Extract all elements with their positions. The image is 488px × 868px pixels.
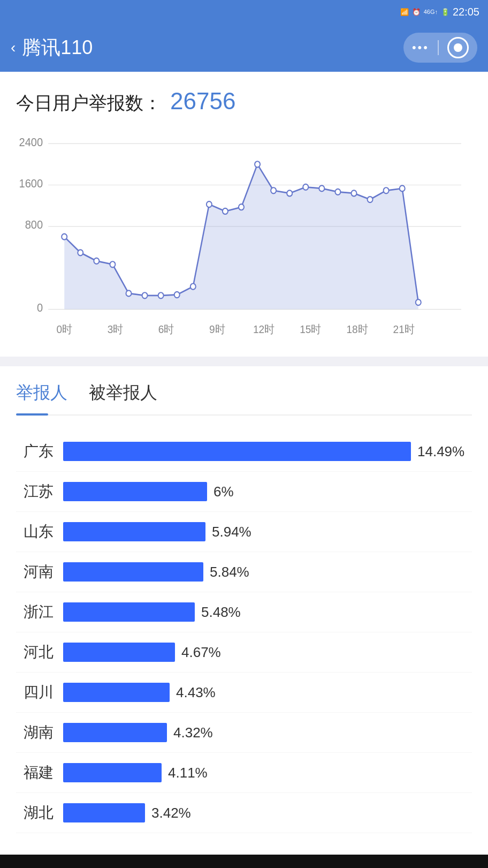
svg-text:6时: 6时 [158, 323, 174, 335]
bar-fill [63, 602, 195, 622]
record-button[interactable] [447, 37, 469, 58]
bar-chart: 广东 14.49% 江苏 6% 山东 5.94% 河南 5.84% [16, 432, 472, 833]
bar-percent: 4.67% [181, 644, 221, 661]
svg-point-20 [255, 161, 260, 167]
tab-reporter[interactable]: 举报人 [16, 381, 67, 414]
status-bar: 📶 ⏰ 46G↑ 🔋 22:05 [0, 0, 488, 24]
bottom-navigation [0, 855, 488, 868]
tabs-row: 举报人 被举报人 [16, 366, 472, 416]
more-button[interactable]: ••• [412, 41, 429, 55]
bar-track: 14.49% [63, 442, 472, 461]
status-icons: 📶 ⏰ 46G↑ 🔋 22:05 [400, 6, 479, 18]
svg-point-9 [78, 250, 83, 255]
svg-text:15时: 15时 [300, 323, 321, 335]
bar-percent: 4.11% [168, 765, 208, 781]
bar-fill [63, 442, 411, 461]
bar-track: 3.42% [63, 803, 472, 822]
svg-point-11 [110, 261, 115, 267]
clock: 22:05 [453, 6, 479, 18]
svg-point-26 [351, 190, 356, 196]
back-button[interactable]: ‹ [11, 39, 16, 56]
bar-fill [63, 723, 167, 742]
bar-percent: 14.49% [417, 443, 464, 460]
svg-point-22 [287, 190, 292, 196]
svg-text:12时: 12时 [253, 323, 274, 335]
svg-point-30 [416, 299, 421, 305]
alarm-icon: ⏰ [412, 8, 421, 16]
svg-point-13 [142, 292, 148, 298]
header-actions[interactable]: ••• [403, 33, 477, 63]
bar-fill [63, 522, 205, 541]
chart-svg: 2400 1600 800 0 0时 3时 6时 9时 12时 15时 18时 … [16, 132, 472, 357]
bar-percent: 6% [214, 484, 234, 500]
bar-fill [63, 482, 207, 501]
bar-row: 浙江 5.48% [16, 592, 472, 632]
svg-text:21时: 21时 [393, 323, 415, 335]
svg-point-8 [62, 234, 67, 240]
bar-track: 4.67% [63, 643, 472, 662]
bar-row: 湖南 4.32% [16, 713, 472, 753]
bar-row: 山东 5.94% [16, 512, 472, 552]
bar-region-label: 河南 [16, 562, 54, 582]
svg-text:9时: 9时 [209, 323, 225, 335]
bar-region-label: 湖南 [16, 722, 54, 743]
header-divider [438, 40, 439, 55]
bar-fill [63, 562, 203, 582]
tabs-section: 举报人 被举报人 广东 14.49% 江苏 6% 山东 5.94% 河南 [0, 366, 488, 833]
battery-icon: 🔋 [441, 8, 449, 16]
report-count-row: 今日用户举报数： 26756 [16, 88, 472, 116]
bar-percent: 3.42% [151, 805, 191, 821]
section-divider [0, 357, 488, 366]
bar-fill [63, 763, 162, 782]
bar-region-label: 河北 [16, 642, 54, 662]
bar-region-label: 四川 [16, 682, 54, 703]
svg-point-17 [207, 201, 212, 207]
bar-track: 5.94% [63, 522, 472, 541]
bar-track: 5.84% [63, 562, 472, 582]
bar-region-label: 湖北 [16, 803, 54, 823]
svg-point-24 [319, 185, 324, 191]
bar-percent: 5.84% [210, 564, 249, 580]
report-label: 今日用户举报数： [16, 91, 162, 116]
svg-point-15 [174, 292, 180, 298]
header: ‹ 腾讯110 ••• [0, 24, 488, 72]
svg-text:800: 800 [25, 218, 43, 231]
bar-row: 江苏 6% [16, 472, 472, 512]
bar-row: 河北 4.67% [16, 632, 472, 673]
bar-percent: 4.43% [176, 684, 216, 701]
svg-text:18时: 18时 [346, 323, 368, 335]
report-count: 26756 [170, 88, 235, 115]
bar-percent: 4.32% [173, 724, 213, 741]
bar-track: 5.48% [63, 602, 472, 622]
sim-icon: 📶 [400, 8, 409, 16]
bar-region-label: 福建 [16, 763, 54, 783]
tab-reported[interactable]: 被举报人 [89, 381, 157, 414]
bar-row: 福建 4.11% [16, 753, 472, 793]
main-content: 今日用户举报数： 26756 2400 1600 800 0 0时 3时 6时 [0, 72, 488, 357]
svg-point-12 [126, 290, 131, 296]
bar-region-label: 山东 [16, 522, 54, 542]
svg-point-14 [158, 292, 164, 298]
svg-point-19 [239, 204, 244, 210]
bar-row: 四川 4.43% [16, 673, 472, 713]
bar-row: 河南 5.84% [16, 552, 472, 592]
bar-region-label: 浙江 [16, 602, 54, 622]
header-left: ‹ 腾讯110 [11, 35, 93, 61]
bar-track: 4.11% [63, 763, 472, 782]
svg-text:1600: 1600 [19, 177, 43, 190]
bar-row: 湖北 3.42% [16, 793, 472, 833]
svg-point-25 [335, 189, 340, 195]
svg-point-23 [303, 184, 308, 190]
svg-point-28 [384, 187, 389, 193]
page-title: 腾讯110 [22, 35, 93, 61]
svg-point-18 [223, 208, 228, 214]
bar-fill [63, 643, 175, 662]
bar-track: 4.32% [63, 723, 472, 742]
line-chart: 2400 1600 800 0 0时 3时 6时 9时 12时 15时 18时 … [16, 132, 472, 357]
svg-text:0: 0 [37, 301, 43, 314]
bar-track: 4.43% [63, 683, 472, 702]
svg-text:2400: 2400 [19, 135, 43, 148]
svg-text:3时: 3时 [108, 323, 124, 335]
bar-percent: 5.94% [212, 524, 251, 540]
bar-track: 6% [63, 482, 472, 501]
